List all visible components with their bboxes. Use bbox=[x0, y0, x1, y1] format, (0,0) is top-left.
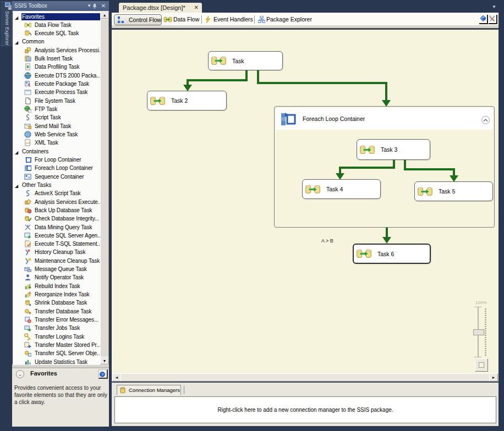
svg-text:?: ? bbox=[101, 372, 104, 377]
svg-text:xml: xml bbox=[26, 142, 30, 145]
